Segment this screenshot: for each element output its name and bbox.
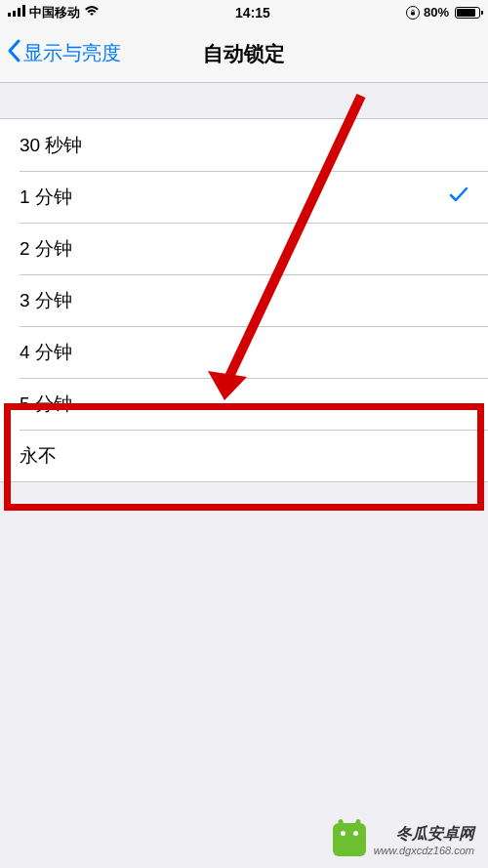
carrier-label: 中国移动	[29, 4, 80, 21]
svg-rect-2	[18, 8, 20, 17]
option-row-3[interactable]: 3 分钟	[0, 274, 488, 326]
battery-percent: 80%	[424, 5, 449, 20]
option-label: 永不	[20, 443, 468, 469]
options-list: 30 秒钟 1 分钟 2 分钟 3 分钟 4 分钟 5 分钟 永不	[0, 118, 488, 482]
signal-icon	[8, 5, 25, 20]
status-right: 80%	[406, 5, 480, 20]
option-label: 30 秒钟	[20, 133, 468, 158]
option-label: 2 分钟	[20, 236, 468, 262]
watermark-url: www.dgxcdz168.com	[374, 845, 474, 856]
option-row-0[interactable]: 30 秒钟	[0, 119, 488, 171]
status-time: 14:15	[235, 5, 270, 21]
option-label: 1 分钟	[20, 185, 449, 210]
watermark: 冬瓜安卓网 www.dgxcdz168.com	[333, 823, 474, 856]
option-label: 3 分钟	[20, 288, 468, 313]
wifi-icon	[84, 5, 100, 20]
back-button[interactable]: 显示与亮度	[0, 39, 121, 67]
option-row-4[interactable]: 4 分钟	[0, 326, 488, 378]
page-title: 自动锁定	[203, 40, 285, 67]
watermark-logo-icon	[333, 823, 366, 856]
option-row-1[interactable]: 1 分钟	[0, 171, 488, 223]
checkmark-icon	[449, 186, 468, 208]
battery-icon	[453, 7, 480, 19]
svg-rect-3	[22, 5, 25, 17]
chevron-left-icon	[6, 39, 21, 67]
option-label: 4 分钟	[20, 340, 468, 365]
option-row-5[interactable]: 5 分钟	[0, 378, 488, 430]
option-row-2[interactable]: 2 分钟	[0, 223, 488, 274]
svg-rect-0	[8, 13, 11, 17]
nav-bar: 显示与亮度 自动锁定	[0, 24, 488, 83]
watermark-name: 冬瓜安卓网	[374, 824, 474, 845]
option-label: 5 分钟	[20, 392, 468, 417]
back-label: 显示与亮度	[23, 40, 121, 66]
svg-rect-4	[411, 12, 415, 15]
status-left: 中国移动	[8, 4, 100, 21]
option-row-6[interactable]: 永不	[0, 430, 488, 481]
rotation-lock-icon	[406, 6, 420, 20]
status-bar: 中国移动 14:15 80%	[0, 0, 488, 24]
svg-rect-1	[13, 11, 16, 17]
